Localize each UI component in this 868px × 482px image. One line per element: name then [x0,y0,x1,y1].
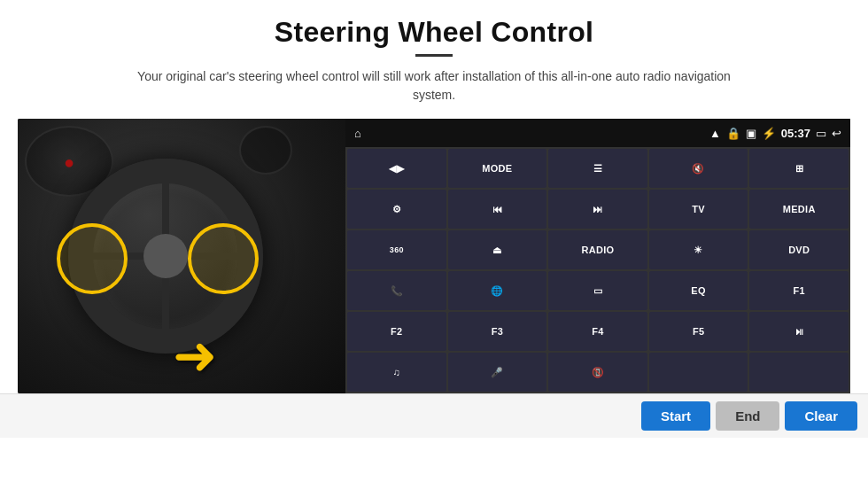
back-icon: ↩ [832,127,841,140]
grid-btn-window[interactable]: ▭ [548,271,647,310]
grid-btn-brightness[interactable]: ☀ [649,230,748,269]
grid-btn-navigate[interactable]: ◀▶ [347,149,446,188]
grid-btn-play-pause[interactable]: ⏯ [749,312,849,351]
wifi-icon: ▲ [709,127,721,140]
grid-btn-call-end[interactable]: 📵 [548,353,647,392]
grid-btn-mute[interactable]: 🔇 [649,149,748,188]
end-button[interactable]: End [716,401,779,431]
content-row: ● ➜ ⌂ [18,119,850,393]
highlight-right [188,223,259,294]
grid-btn-F3[interactable]: F3 [448,312,547,351]
grid-btn-EQ[interactable]: EQ [649,271,748,310]
grid-btn-mic[interactable]: 🎤 [448,353,547,392]
grid-btn-RADIO[interactable]: RADIO [548,230,647,269]
home-icon[interactable]: ⌂ [354,127,361,140]
grid-btn-F1[interactable]: F1 [749,271,849,310]
clear-button[interactable]: Clear [785,401,857,431]
status-bar: ⌂ ▲ 🔒 ▣ ⚡ 05:37 ▭ ↩ [345,119,850,147]
grid-btn-music[interactable]: ♫ [347,353,446,392]
page-title: Steering Wheel Control [275,16,593,49]
page-subtitle: Your original car's steering wheel contr… [124,67,744,105]
grid-btn-F2[interactable]: F2 [347,312,446,351]
action-bar: Start End Clear [0,393,868,438]
steering-wheel-image: ● ➜ [18,119,345,393]
grid-btn-[interactable] [749,353,849,392]
button-grid: ◀▶MODE☰🔇⊞⚙⏮⏭TVMEDIA360⏏RADIO☀DVD📞🌐▭EQF1F… [345,147,850,393]
grid-btn-MODE[interactable]: MODE [448,149,547,188]
title-divider [415,54,453,57]
grid-btn-next-track[interactable]: ⏭ [548,190,647,229]
status-right: ▲ 🔒 ▣ ⚡ 05:37 ▭ ↩ [709,127,841,140]
sd-icon: ▣ [746,127,756,140]
grid-btn-globe[interactable]: 🌐 [448,271,547,310]
grid-btn-DVD[interactable]: DVD [749,230,849,269]
grid-btn-F4[interactable]: F4 [548,312,647,351]
bt-icon: ⚡ [762,127,776,140]
grid-btn-settings-gear[interactable]: ⚙ [347,190,446,229]
arrow-icon: ➜ [173,330,217,383]
grid-btn-prev-track[interactable]: ⏮ [448,190,547,229]
start-button[interactable]: Start [641,401,710,431]
grid-btn-eject[interactable]: ⏏ [448,230,547,269]
android-panel: ⌂ ▲ 🔒 ▣ ⚡ 05:37 ▭ ↩ ◀▶MODE☰🔇⊞⚙⏮⏭TVMEDIA3… [345,119,850,393]
grid-btn-phone[interactable]: 📞 [347,271,446,310]
grid-btn-F5[interactable]: F5 [649,312,748,351]
status-time: 05:37 [781,127,810,140]
page-container: Steering Wheel Control Your original car… [0,0,868,482]
grid-btn-list[interactable]: ☰ [548,149,647,188]
grid-btn-TV[interactable]: TV [649,190,748,229]
grid-btn-360-cam[interactable]: 360 [347,230,446,269]
grid-btn-[interactable] [649,353,748,392]
screen-icon: ▭ [816,127,826,140]
grid-btn-MEDIA[interactable]: MEDIA [749,190,849,229]
highlight-left [57,223,128,294]
status-left: ⌂ [354,127,361,140]
lock-icon: 🔒 [726,127,740,140]
grid-btn-apps[interactable]: ⊞ [749,149,849,188]
